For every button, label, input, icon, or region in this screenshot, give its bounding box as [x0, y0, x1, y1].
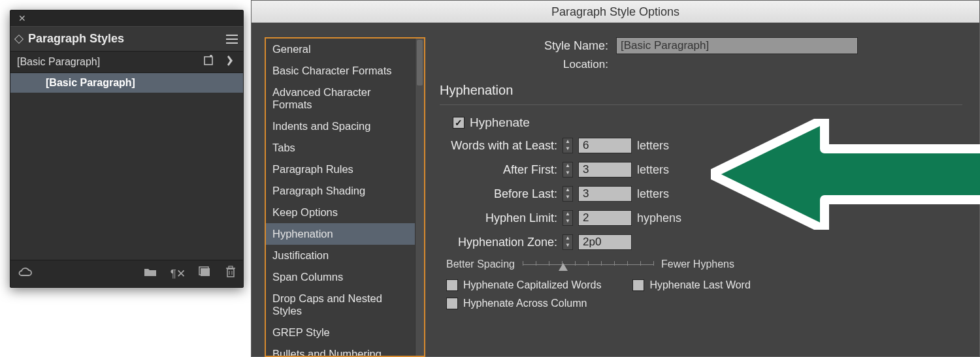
- hyphenation-slider[interactable]: [523, 264, 653, 265]
- words-at-least-label: Words with at Least:: [440, 139, 557, 153]
- location-label: Location:: [440, 58, 608, 71]
- category-item[interactable]: Basic Character Formats: [266, 60, 415, 82]
- panel-tabbar: ✕: [10, 10, 243, 26]
- before-last-stepper[interactable]: ▲▼: [563, 186, 573, 202]
- override-icon[interactable]: [225, 54, 237, 70]
- hyphen-limit-stepper[interactable]: ▲▼: [563, 210, 573, 226]
- hyphenate-capitalized-label: Hyphenate Capitalized Words: [463, 279, 601, 291]
- category-item[interactable]: Span Columns: [266, 266, 415, 288]
- hyphenate-last-word-checkbox[interactable]: [632, 279, 644, 291]
- paragraph-style-options-dialog: Paragraph Style Options GeneralBasic Cha…: [251, 0, 980, 357]
- trash-icon[interactable]: [225, 266, 237, 282]
- hyphenation-zone-label: Hyphenation Zone:: [440, 236, 557, 249]
- new-icon[interactable]: [199, 266, 212, 281]
- paragraph-styles-panel: ✕ Paragraph Styles [Basic Paragraph] [Ba…: [10, 10, 244, 288]
- section-title: Hyphenation: [440, 83, 962, 98]
- words-at-least-input[interactable]: [578, 138, 632, 153]
- hyphenate-across-column-label: Hyphenate Across Column: [463, 298, 587, 309]
- hyphen-limit-label: Hyphen Limit:: [440, 211, 557, 225]
- category-item[interactable]: Hyphenation: [266, 223, 415, 245]
- category-item[interactable]: Justification: [266, 245, 415, 266]
- current-style-name: [Basic Paragraph]: [17, 56, 193, 68]
- category-item[interactable]: Paragraph Rules: [266, 159, 415, 180]
- category-item[interactable]: Drop Caps and Nested Styles: [266, 288, 415, 322]
- style-name-label: Style Name:: [440, 39, 608, 53]
- hyphenation-section: Hyphenate Words with at Least: ▲▼ letter…: [440, 104, 962, 339]
- category-item[interactable]: General: [266, 39, 415, 60]
- hyphenate-label: Hyphenate: [470, 116, 530, 130]
- after-first-input[interactable]: [578, 162, 632, 178]
- hyphenate-last-word-label: Hyphenate Last Word: [649, 279, 750, 291]
- list-item[interactable]: [Basic Paragraph]: [10, 73, 243, 93]
- unit-label: hyphens: [637, 211, 681, 225]
- dialog-main: Style Name: Location: Hyphenation Hyphen…: [440, 37, 962, 357]
- unit-label: letters: [637, 139, 669, 153]
- close-icon[interactable]: ✕: [13, 13, 31, 23]
- flyout-menu-icon[interactable]: [226, 35, 238, 44]
- category-item[interactable]: Indents and Spacing: [266, 116, 415, 137]
- hyphenate-capitalized-row[interactable]: Hyphenate Capitalized Words: [446, 279, 601, 291]
- svg-rect-6: [227, 269, 234, 277]
- category-item[interactable]: Bullets and Numbering: [266, 343, 415, 357]
- category-item[interactable]: Advanced Character Formats: [266, 82, 415, 116]
- svg-rect-10: [229, 266, 233, 268]
- folder-icon[interactable]: [143, 266, 157, 281]
- category-item[interactable]: Tabs: [266, 137, 415, 159]
- panel-current-row[interactable]: [Basic Paragraph]: [10, 51, 243, 73]
- clear-overrides-icon[interactable]: ¶✕: [171, 267, 186, 281]
- category-item[interactable]: Paragraph Shading: [266, 180, 415, 202]
- hyphenate-capitalized-checkbox[interactable]: [446, 279, 458, 291]
- hyphenate-across-column-checkbox[interactable]: [446, 298, 458, 309]
- unit-label: letters: [637, 187, 669, 201]
- hyphen-limit-input[interactable]: [578, 210, 632, 226]
- diamond-icon: [14, 34, 24, 43]
- words-at-least-stepper[interactable]: ▲▼: [563, 138, 573, 153]
- panel-footer: ¶✕: [10, 260, 243, 287]
- category-list: GeneralBasic Character FormatsAdvanced C…: [265, 37, 425, 357]
- hyphenate-across-column-row[interactable]: Hyphenate Across Column: [446, 298, 962, 309]
- slider-left-label: Better Spacing: [446, 258, 515, 270]
- scrollbar[interactable]: [415, 39, 424, 356]
- hyphenation-zone-stepper[interactable]: ▲▼: [563, 234, 573, 250]
- after-first-stepper[interactable]: ▲▼: [563, 162, 573, 178]
- svg-rect-0: [204, 57, 212, 65]
- style-name-input[interactable]: [616, 37, 858, 54]
- after-first-label: After First:: [440, 163, 557, 177]
- unit-label: letters: [637, 163, 669, 177]
- panel-style-list: [Basic Paragraph]: [10, 73, 243, 256]
- slider-right-label: Fewer Hyphens: [661, 258, 734, 270]
- cloud-icon[interactable]: [17, 266, 33, 281]
- hyphenate-row[interactable]: Hyphenate: [453, 116, 962, 130]
- panel-header: Paragraph Styles: [10, 26, 243, 51]
- panel-title: Paragraph Styles: [28, 32, 222, 46]
- hyphenate-last-word-row[interactable]: Hyphenate Last Word: [632, 279, 750, 291]
- svg-marker-3: [227, 55, 233, 66]
- category-item[interactable]: Keep Options: [266, 202, 415, 223]
- dialog-title: Paragraph Style Options: [252, 1, 979, 23]
- category-item[interactable]: GREP Style: [266, 322, 415, 343]
- new-style-icon[interactable]: [203, 54, 216, 70]
- before-last-label: Before Last:: [440, 187, 557, 201]
- hyphenation-zone-input[interactable]: [578, 234, 632, 250]
- before-last-input[interactable]: [578, 186, 632, 202]
- hyphenate-checkbox[interactable]: [453, 117, 465, 129]
